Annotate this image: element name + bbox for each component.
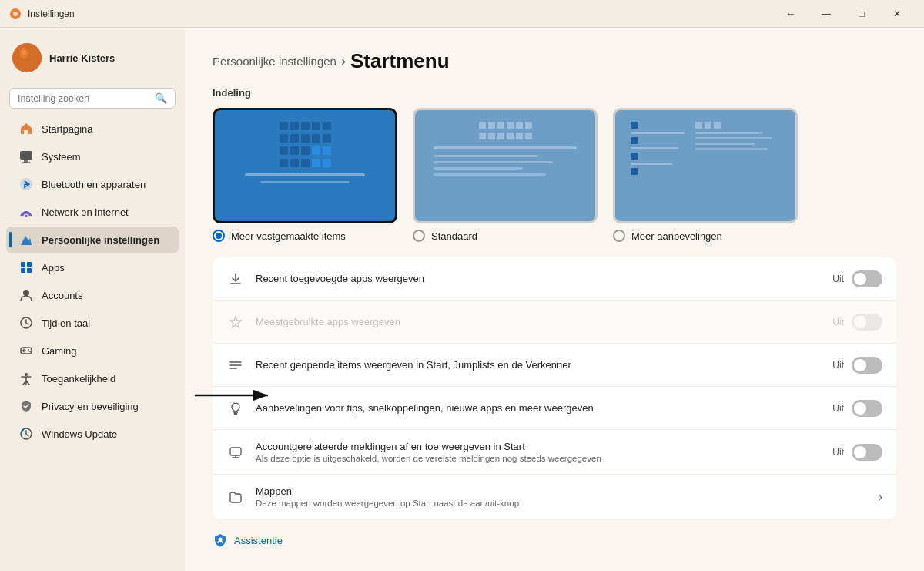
layout-card-label-3: Meer aanbevelingen [613, 230, 798, 242]
toggle-1[interactable] [852, 314, 882, 331]
sidebar: Harrie Kisters 🔍 Startpagina [0, 28, 185, 571]
radio-2 [413, 230, 425, 242]
update-icon [18, 426, 34, 442]
home-icon [18, 121, 34, 136]
setting-row-meestgebruikt[interactable]: Meestgebruikte apps weergeven Uit [213, 301, 896, 344]
settings-app-icon [9, 8, 22, 20]
svg-point-18 [25, 373, 28, 376]
star-icon [226, 315, 245, 329]
setting-title-1: Meestgebruikte apps weergeven [256, 316, 832, 327]
gaming-icon [18, 343, 34, 358]
setting-row-recent-toegevoegd[interactable]: Recent toegevoegde apps weergeven Uit [213, 257, 896, 301]
setting-title-3: Aanbevelingen voor tips, snelkoppelingen… [256, 402, 832, 414]
svg-rect-4 [20, 151, 32, 160]
close-button[interactable]: ✕ [879, 3, 915, 25]
download-icon [226, 272, 245, 286]
list-icon [226, 358, 245, 372]
layout-card-meer-aanbevelingen[interactable]: Meer aanbevelingen [613, 108, 798, 242]
user-name: Harrie Kisters [49, 52, 115, 64]
setting-title-0: Recent toegevoegde apps weergeven [256, 273, 832, 284]
svg-point-8 [25, 215, 28, 217]
setting-title-5: Mappen [256, 485, 879, 497]
sidebar-item-persoonlijk[interactable]: Persoonlijke instellingen [6, 227, 179, 253]
toggle-label-3: Uit [832, 403, 844, 414]
chevron-right-icon: › [879, 490, 882, 504]
setting-row-mappen[interactable]: Mappen Deze mappen worden weergegeven op… [213, 475, 896, 519]
minimize-button[interactable]: — [808, 3, 844, 25]
toggle-3[interactable] [852, 400, 882, 417]
title-bar-title: Instellingen [28, 8, 75, 19]
toggle-4[interactable] [852, 444, 882, 461]
search-input[interactable] [18, 93, 150, 104]
svg-point-1 [13, 12, 18, 16]
sidebar-item-privacy[interactable]: Privacy en beveiliging [6, 393, 179, 419]
network-icon [18, 204, 34, 220]
sidebar-item-bluetooth[interactable]: Bluetooth en apparaten [6, 171, 179, 197]
sidebar-item-accounts[interactable]: Accounts [6, 282, 179, 308]
sidebar-item-tijd[interactable]: Tijd en taal [6, 310, 179, 336]
svg-point-17 [29, 351, 31, 352]
radio-1 [213, 230, 225, 242]
toggle-2[interactable] [852, 357, 882, 374]
sidebar-item-toegankelijkheid[interactable]: Toegankelijkheid [6, 365, 179, 391]
user-section[interactable]: Harrie Kisters [0, 34, 185, 82]
search-icon: 🔍 [155, 92, 167, 104]
layout-card-img-1 [213, 108, 397, 223]
search-box[interactable]: 🔍 [9, 88, 176, 109]
settings-list: Recent toegevoegde apps weergeven Uit Me… [213, 257, 896, 519]
toggle-label-2: Uit [832, 360, 844, 371]
breadcrumb-current: Startmenu [350, 49, 450, 73]
title-bar: Instellingen ← — □ ✕ [0, 0, 924, 28]
system-icon [18, 149, 34, 164]
breadcrumb: Persoonlijke instellingen › Startmenu [213, 49, 896, 73]
apps-icon [18, 260, 34, 275]
radio-3 [613, 230, 625, 242]
setting-row-recent-geopend[interactable]: Recent geopende items weergeven in Start… [213, 344, 896, 387]
maximize-button[interactable]: □ [844, 3, 879, 25]
layout-card-standaard[interactable]: Standaard [413, 108, 598, 242]
svg-rect-20 [230, 448, 241, 455]
personalize-icon [18, 232, 34, 247]
sidebar-item-apps[interactable]: Apps [6, 254, 179, 280]
setting-subtitle-5: Deze mappen worden weergegeven op Start … [256, 499, 879, 508]
toggle-0[interactable] [852, 270, 882, 287]
layout-card-meer-vastgemaakt[interactable]: Meer vastgemaakte items [213, 108, 397, 242]
assistentie-section[interactable]: Assistentie [213, 532, 896, 548]
setting-subtitle-4: Als deze optie is uitgeschakeld, worden … [256, 454, 832, 463]
accounts-icon [18, 287, 34, 303]
app-container: Harrie Kisters 🔍 Startpagina [0, 28, 924, 571]
layout-card-img-2 [413, 108, 598, 223]
section-label: Indeling [213, 87, 896, 99]
sidebar-item-systeem[interactable]: Systeem [6, 143, 179, 170]
svg-point-16 [28, 349, 29, 351]
sidebar-item-netwerk[interactable]: Netwerk en internet [6, 199, 179, 225]
sidebar-item-update[interactable]: Windows Update [6, 421, 179, 447]
breadcrumb-separator: › [341, 53, 346, 69]
setting-title-2: Recent geopende items weergeven in Start… [256, 359, 832, 371]
account-notif-icon [226, 445, 245, 459]
accessibility-icon [18, 371, 34, 386]
assistentie-label: Assistentie [234, 535, 283, 546]
folder-icon [226, 490, 245, 504]
setting-row-aanbevelingen[interactable]: Aanbevelingen voor tips, snelkoppelingen… [213, 387, 896, 430]
layout-cards: Meer vastgemaakte items [213, 108, 896, 242]
toggle-label-1: Uit [832, 317, 844, 327]
back-button[interactable]: ← [773, 3, 808, 25]
svg-rect-9 [21, 262, 25, 267]
shield-assistentie-icon [213, 532, 228, 548]
title-bar-left: Instellingen [9, 8, 75, 20]
svg-point-2 [12, 43, 42, 72]
avatar [12, 43, 42, 72]
svg-rect-11 [21, 268, 25, 273]
svg-rect-5 [24, 160, 28, 162]
setting-row-accountmeldingen[interactable]: Accountgerelateerde meldingen af en toe … [213, 430, 896, 475]
layout-card-label-2: Standaard [413, 230, 598, 242]
title-bar-controls: ← — □ ✕ [773, 3, 915, 25]
svg-point-13 [23, 290, 29, 296]
breadcrumb-parent: Persoonlijke instellingen [213, 55, 336, 68]
bluetooth-icon [18, 176, 34, 192]
svg-rect-10 [27, 262, 32, 267]
sidebar-item-gaming[interactable]: Gaming [6, 338, 179, 364]
sidebar-item-startpagina[interactable]: Startpagina [6, 116, 179, 142]
main-content: Persoonlijke instellingen › Startmenu In… [185, 28, 924, 571]
